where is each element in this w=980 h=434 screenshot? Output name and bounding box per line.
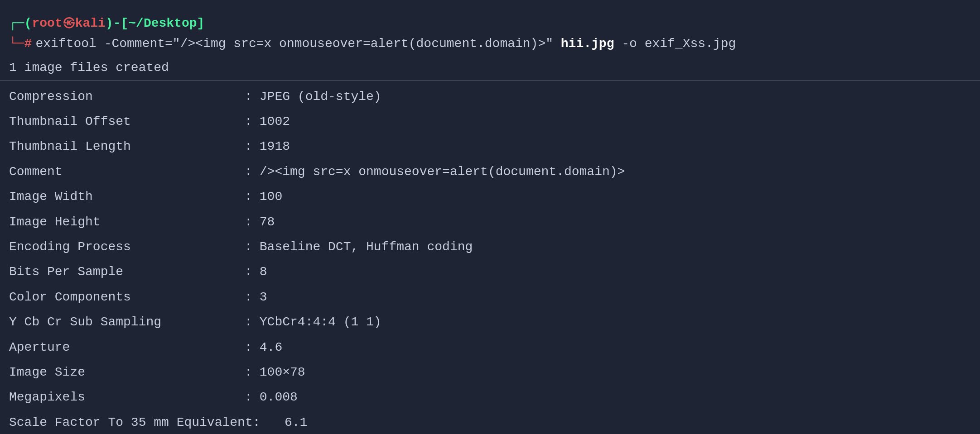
- table-row: Aperture : 4.6: [0, 335, 980, 360]
- data-value-bits-per-sample: 8: [260, 262, 267, 281]
- data-key-image-width: Image Width: [9, 187, 245, 206]
- data-key-compression: Compression: [9, 87, 245, 106]
- table-row: Image Size : 100×78: [0, 360, 980, 385]
- data-colon: :: [245, 212, 252, 232]
- output-line: 1 image files created: [0, 59, 980, 76]
- data-value-thumbnail-length: 1918: [260, 137, 290, 156]
- table-row: Compression : JPEG (old-style): [0, 84, 980, 109]
- table-row: Megapixels : 0.008: [0, 385, 980, 410]
- data-key-megapixels: Megapixels: [9, 387, 245, 407]
- data-key-image-size: Image Size: [9, 362, 245, 382]
- data-colon: :: [245, 112, 252, 131]
- data-colon: :: [245, 237, 252, 257]
- prompt-bracket-middle: )-[: [106, 14, 128, 34]
- data-colon: :: [245, 338, 252, 357]
- data-key-color-components: Color Components: [9, 287, 245, 307]
- data-value-megapixels: 0.008: [260, 387, 298, 407]
- table-row: Y Cb Cr Sub Sampling : YCbCr4:4:4 (1 1): [0, 310, 980, 334]
- command-filename: hii.jpg: [561, 37, 614, 51]
- table-row: Comment : /><img src=x onmouseover=alert…: [0, 159, 980, 184]
- prompt-at: ㉿: [63, 14, 75, 34]
- prompt-host: kali: [75, 14, 106, 34]
- data-value-encoding-process: Baseline DCT, Huffman coding: [260, 237, 473, 257]
- data-colon: :: [245, 262, 252, 281]
- data-value-comment: /><img src=x onmouseover=alert(document.…: [260, 162, 625, 181]
- prompt-line1: ┌─(root㉿kali)-[~/Desktop]: [9, 14, 971, 34]
- table-row: Bits Per Sample : 8: [0, 259, 980, 284]
- data-key-thumbnail-offset: Thumbnail Offset: [9, 112, 245, 131]
- data-colon: :: [245, 387, 252, 407]
- data-value-thumbnail-offset: 1002: [260, 112, 290, 131]
- data-value-aperture: 4.6: [260, 338, 282, 357]
- data-value-ycbcr: YCbCr4:4:4 (1 1): [260, 312, 381, 332]
- data-key-scale-factor: Scale Factor To 35 mm Equivalent:: [9, 413, 281, 432]
- prompt-path: ~/Desktop: [128, 14, 197, 34]
- data-value-color-components: 3: [260, 287, 267, 307]
- prompt-section: ┌─(root㉿kali)-[~/Desktop] └─# exiftool -…: [0, 9, 980, 59]
- table-row: Encoding Process : Baseline DCT, Huffman…: [0, 234, 980, 259]
- table-row: Image Height : 78: [0, 210, 980, 234]
- table-row: Thumbnail Length : 1918: [0, 134, 980, 159]
- table-row: Color Components : 3: [0, 285, 980, 310]
- prompt-root: root: [32, 14, 62, 34]
- data-colon: :: [245, 187, 252, 206]
- data-key-aperture: Aperture: [9, 338, 245, 357]
- command-text: exiftool -Comment="/><img src=x onmouseo…: [35, 34, 736, 54]
- data-colon: :: [245, 137, 252, 156]
- data-colon: :: [245, 287, 252, 307]
- data-key-encoding-process: Encoding Process: [9, 237, 245, 257]
- section-divider: [0, 80, 980, 81]
- data-key-ycbcr: Y Cb Cr Sub Sampling: [9, 312, 245, 332]
- data-key-image-height: Image Height: [9, 212, 245, 232]
- data-colon: :: [245, 162, 252, 181]
- data-table: Compression : JPEG (old-style) Thumbnail…: [0, 84, 980, 434]
- prompt-line2: └─# exiftool -Comment="/><img src=x onmo…: [9, 34, 971, 54]
- data-key-thumbnail-length: Thumbnail Length: [9, 137, 245, 156]
- data-colon: :: [245, 87, 252, 106]
- prompt-bracket-close: ]: [197, 14, 205, 34]
- data-key-bits-per-sample: Bits Per Sample: [9, 262, 245, 281]
- terminal-window: ┌─(root㉿kali)-[~/Desktop] └─# exiftool -…: [0, 0, 980, 434]
- prompt-hash: └─#: [9, 34, 32, 54]
- table-row: Thumbnail Offset : 1002: [0, 109, 980, 134]
- data-colon: :: [245, 312, 252, 332]
- data-key-comment: Comment: [9, 162, 245, 181]
- table-row: Image Width : 100: [0, 184, 980, 209]
- data-value-image-width: 100: [260, 187, 282, 206]
- data-value-image-height: 78: [260, 212, 275, 232]
- data-value-scale-factor: 6.1: [285, 413, 307, 432]
- data-value-compression: JPEG (old-style): [260, 87, 381, 106]
- prompt-bracket-open: ┌─(: [9, 14, 32, 34]
- data-value-image-size: 100×78: [260, 362, 305, 382]
- data-colon: :: [245, 362, 252, 382]
- table-row: Scale Factor To 35 mm Equivalent: 6.1: [0, 410, 980, 434]
